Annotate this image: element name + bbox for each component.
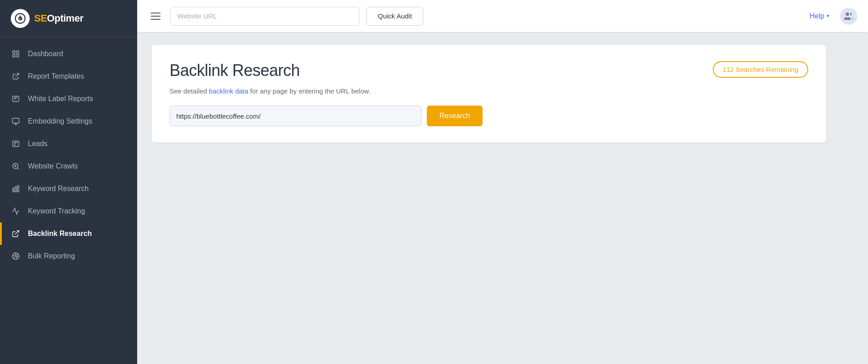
report-templates-icon	[11, 71, 21, 81]
leads-icon	[11, 139, 21, 149]
research-url-input[interactable]	[170, 106, 421, 126]
sidebar-item-label: Keyword Research	[28, 185, 89, 193]
sidebar-item-label: Report Templates	[28, 72, 84, 80]
svg-rect-7	[13, 118, 19, 123]
svg-point-17	[846, 12, 849, 15]
sidebar-item-backlink-research[interactable]: Backlink Research	[0, 222, 137, 245]
backlink-data-link[interactable]: backlink data	[209, 87, 249, 95]
dashboard-icon	[11, 49, 21, 59]
backlink-research-icon	[11, 229, 21, 239]
sidebar-item-keyword-tracking[interactable]: Keyword Tracking	[0, 200, 137, 222]
svg-rect-13	[15, 187, 17, 192]
svg-rect-2	[13, 51, 15, 53]
svg-line-15	[15, 231, 19, 234]
header-url-input[interactable]	[170, 7, 359, 26]
header: Quick Audit Help ▾	[137, 0, 868, 32]
logo-icon	[11, 9, 30, 28]
sidebar-item-label: Backlink Research	[28, 230, 92, 238]
sidebar-navigation: Dashboard Report Templates White Label R…	[0, 37, 137, 364]
sidebar-item-bulk-reporting[interactable]: Bulk Reporting	[0, 245, 137, 267]
sidebar-item-label: Website Crawls	[28, 162, 78, 170]
sidebar-item-leads[interactable]: Leads	[0, 133, 137, 155]
chevron-down-icon: ▾	[827, 13, 829, 19]
help-button[interactable]: Help ▾	[810, 12, 829, 20]
research-button[interactable]: Research	[427, 106, 483, 126]
sidebar: SEOptimer Dashboard Report Templates Whi…	[0, 0, 137, 364]
embedding-icon	[11, 116, 21, 126]
svg-rect-3	[17, 51, 19, 53]
searches-remaining-badge: 112 Searches Remaining	[713, 61, 808, 78]
sidebar-item-white-label-reports[interactable]: White Label Reports	[0, 88, 137, 110]
svg-rect-12	[13, 188, 14, 192]
keyword-tracking-icon	[11, 206, 21, 216]
svg-rect-14	[18, 186, 19, 192]
sidebar-item-dashboard[interactable]: Dashboard	[0, 43, 137, 65]
website-crawls-icon	[11, 161, 21, 171]
sidebar-item-report-templates[interactable]: Report Templates	[0, 65, 137, 88]
sidebar-item-label: Embedding Settings	[28, 117, 92, 125]
page-title: Backlink Research	[170, 61, 300, 80]
card-description: See detailed backlink data for any page …	[170, 87, 808, 95]
sidebar-item-label: White Label Reports	[28, 95, 93, 103]
sidebar-item-label: Leads	[28, 140, 48, 148]
keyword-research-icon	[11, 184, 21, 194]
search-row: Research	[170, 106, 808, 126]
content-area: Backlink Research 112 Searches Remaining…	[137, 32, 868, 364]
svg-rect-4	[13, 55, 15, 57]
sidebar-item-label: Bulk Reporting	[28, 252, 75, 260]
sidebar-item-keyword-research[interactable]: Keyword Research	[0, 178, 137, 200]
sidebar-item-website-crawls[interactable]: Website Crawls	[0, 155, 137, 178]
backlink-research-card: Backlink Research 112 Searches Remaining…	[152, 45, 826, 142]
svg-rect-5	[17, 55, 19, 57]
logo[interactable]: SEOptimer	[0, 0, 137, 37]
bulk-reporting-icon	[11, 251, 21, 261]
sidebar-item-label: Keyword Tracking	[28, 207, 85, 215]
menu-toggle-button[interactable]	[148, 10, 163, 22]
user-avatar[interactable]	[840, 8, 857, 25]
main-area: Quick Audit Help ▾ Backlink Research 112…	[137, 0, 868, 364]
card-header: Backlink Research 112 Searches Remaining	[170, 61, 808, 80]
sidebar-item-embedding-settings[interactable]: Embedding Settings	[0, 110, 137, 133]
logo-text: SEOptimer	[34, 13, 83, 24]
quick-audit-button[interactable]: Quick Audit	[367, 7, 423, 26]
white-label-icon	[11, 94, 21, 104]
sidebar-item-label: Dashboard	[28, 50, 63, 58]
